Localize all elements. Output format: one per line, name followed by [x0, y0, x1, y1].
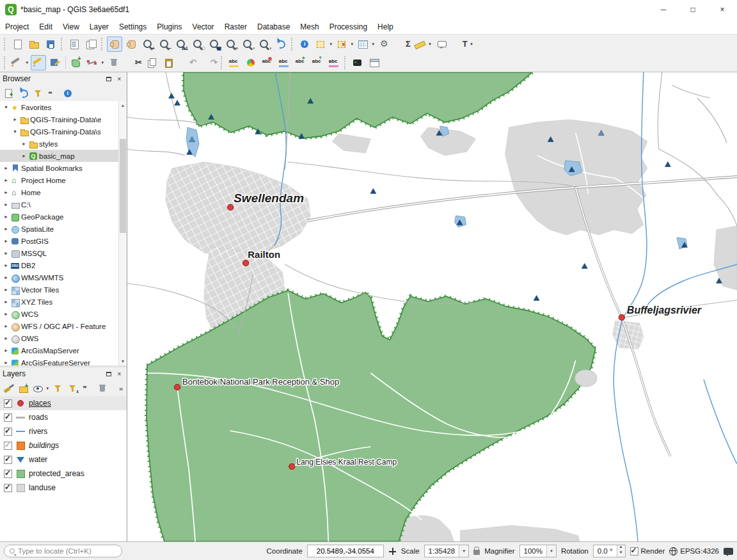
cut-features-button[interactable]: ✂	[123, 55, 143, 70]
browser-item-favorites[interactable]: ▾ Favorites	[0, 101, 127, 113]
rotate-label-button[interactable]	[310, 55, 325, 70]
browser-filter-button[interactable]	[31, 86, 45, 100]
tree-expand-arrow[interactable]: ▸	[3, 262, 10, 268]
tree-expand-arrow[interactable]: ▸	[12, 116, 19, 122]
tree-expand-arrow[interactable]: ▸	[3, 238, 10, 244]
layer-visibility-checkbox[interactable]	[4, 470, 12, 478]
expand-all-button[interactable]	[81, 381, 94, 395]
toolbar-grip[interactable]	[221, 56, 224, 69]
tree-expand-arrow[interactable]: ▸	[3, 348, 10, 353]
menu-view[interactable]: View	[58, 19, 84, 34]
menu-layer[interactable]: Layer	[84, 19, 114, 34]
map-tips-button[interactable]	[434, 36, 449, 52]
tree-expand-arrow[interactable]: ▸	[20, 153, 28, 159]
add-polygon-feature-button[interactable]	[68, 55, 84, 70]
close-button[interactable]: ×	[708, 0, 737, 19]
tree-expand-arrow[interactable]: ▸	[3, 165, 10, 171]
browser-collapse-all-button[interactable]	[46, 86, 59, 100]
highlight-pinned-labels-button[interactable]	[276, 55, 292, 70]
layer-labeling-button[interactable]	[226, 55, 242, 70]
pan-to-selection-button[interactable]	[123, 36, 139, 52]
locate-search-input[interactable]: Type to locate (Ctrl+K)	[4, 545, 122, 557]
save-project-button[interactable]	[43, 36, 58, 52]
browser-item-home[interactable]: ▸ Home	[0, 186, 127, 198]
open-project-button[interactable]	[26, 36, 42, 52]
identify-features-button[interactable]	[297, 36, 312, 52]
tree-expand-arrow[interactable]: ▸	[3, 250, 10, 256]
toolbar-grip[interactable]	[4, 56, 7, 69]
pan-map-button[interactable]	[107, 36, 122, 52]
browser-item-ows[interactable]: ▸ OWS	[0, 332, 127, 344]
chevron-down-icon[interactable]: ▾	[459, 545, 468, 557]
minimize-button[interactable]: ─	[649, 0, 678, 19]
tree-expand-arrow[interactable]: ▸	[3, 202, 10, 207]
magnifier-combobox[interactable]: 100% ▾	[519, 545, 557, 557]
browser-float-button[interactable]	[104, 74, 113, 84]
browser-item-db2[interactable]: ▸ DB2	[0, 259, 127, 271]
tree-expand-arrow[interactable]: ▸	[3, 177, 10, 183]
layer-visibility-checkbox[interactable]	[4, 484, 12, 492]
render-checkbox[interactable]	[630, 547, 638, 556]
rotation-spinbox[interactable]: 0.0 ° ▲▼	[593, 545, 626, 557]
add-group-button[interactable]	[17, 381, 30, 395]
zoom-in-button[interactable]: +	[140, 36, 155, 52]
spin-down-icon[interactable]: ▼	[617, 551, 625, 557]
menu-edit[interactable]: Edit	[34, 19, 58, 34]
toggle-editing-button[interactable]	[31, 55, 46, 70]
browser-item-vector-tiles[interactable]: ▸ Vector Tiles	[0, 284, 127, 296]
tree-expand-arrow[interactable]: ▸	[3, 275, 10, 280]
select-features-button[interactable]	[313, 36, 333, 52]
zoom-next-button[interactable]: ›	[257, 36, 272, 52]
browser-item-mssql[interactable]: ▸ MSSQL	[0, 247, 127, 259]
layer-item-rivers[interactable]: rivers	[0, 424, 127, 438]
coordinate-extents-icon[interactable]	[388, 547, 397, 556]
open-attribute-table-button[interactable]	[356, 36, 376, 52]
tree-expand-arrow[interactable]: ▸	[3, 311, 10, 317]
tree-expand-arrow[interactable]: ▸	[3, 299, 10, 305]
move-label-button[interactable]	[293, 55, 308, 70]
open-layer-styling-button[interactable]	[2, 381, 15, 395]
toolbar-grip[interactable]	[291, 38, 294, 51]
layers-float-button[interactable]	[104, 369, 113, 379]
browser-item-xyz-tiles[interactable]: ▸ XYZ Tiles	[0, 296, 127, 308]
tree-expand-arrow[interactable]: ▾	[12, 129, 19, 134]
layer-item-buildings[interactable]: buildings	[0, 438, 127, 452]
help-contents-button[interactable]	[367, 55, 382, 70]
manage-map-themes-button[interactable]	[31, 381, 50, 395]
tree-expand-arrow[interactable]: ▸	[3, 226, 10, 232]
tree-expand-arrow[interactable]: ▸	[3, 335, 10, 341]
redo-button[interactable]: ↷	[198, 55, 218, 70]
browser-item-basic-map[interactable]: ▸ basic_map	[0, 150, 127, 162]
refresh-map-button[interactable]	[273, 36, 289, 52]
deselect-features-button[interactable]	[335, 36, 354, 52]
tree-expand-arrow[interactable]: ▸	[20, 141, 28, 147]
layer-visibility-checkbox[interactable]	[4, 456, 12, 464]
browser-refresh-button[interactable]	[17, 86, 30, 100]
browser-item-arcgis-feature-server[interactable]: ▸ ArcGisFeatureServer	[0, 356, 127, 365]
browser-item-wms-wmts[interactable]: ▸ WMS/WMTS	[0, 271, 127, 284]
menu-settings[interactable]: Settings	[114, 19, 152, 34]
text-annotation-button[interactable]: T	[450, 36, 474, 52]
undo-button[interactable]: ↶	[177, 55, 197, 70]
browser-item-postgis[interactable]: ▸ PostGIS	[0, 235, 127, 247]
python-console-button[interactable]	[350, 55, 365, 70]
browser-item-training-data-s[interactable]: ▾ QGIS-Training-Data\s	[0, 125, 127, 138]
tree-expand-arrow[interactable]: ▸	[3, 214, 10, 220]
scroll-up-arrow[interactable]: ▲	[119, 101, 127, 109]
toolbar-grip[interactable]	[61, 38, 64, 51]
map-canvas[interactable]: Swellendam Railton Buffeljagsrivier Bont…	[127, 72, 737, 541]
browser-item-training-data-e[interactable]: ▸ QGIS-Training-Data\e	[0, 113, 127, 125]
filter-legend-button[interactable]	[51, 381, 65, 395]
menu-processing[interactable]: Processing	[324, 19, 372, 34]
chevron-down-icon[interactable]: ▾	[546, 545, 556, 557]
vertex-tool-button[interactable]	[85, 55, 105, 70]
zoom-native-button[interactable]: 1:1	[173, 36, 189, 52]
processing-toolbox-button[interactable]	[377, 36, 392, 52]
zoom-to-selection-button[interactable]: ▣	[207, 36, 222, 52]
measure-line-button[interactable]	[413, 36, 432, 52]
zoom-full-button[interactable]: □	[190, 36, 205, 52]
browser-item-arcgis-map-server[interactable]: ▸ ArcGisMapServer	[0, 344, 127, 356]
layer-item-places[interactable]: places	[0, 396, 127, 410]
tree-expand-arrow[interactable]: ▸	[3, 323, 10, 329]
layer-visibility-checkbox[interactable]	[4, 413, 12, 422]
